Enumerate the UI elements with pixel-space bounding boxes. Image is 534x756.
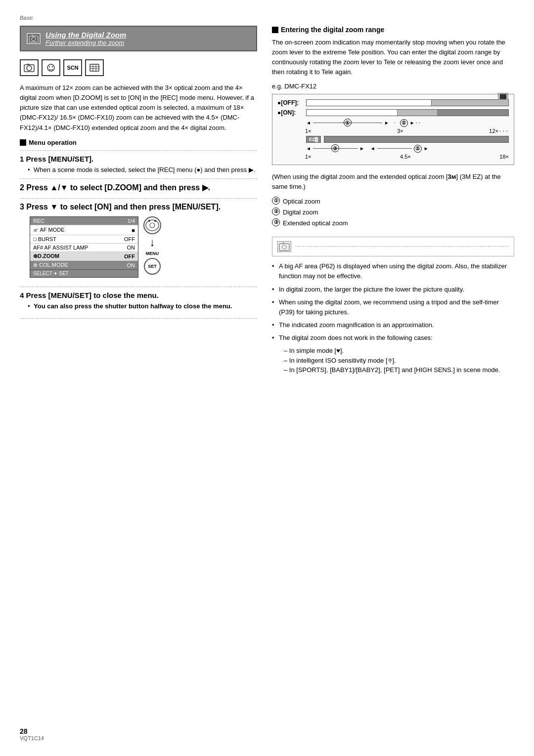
arrow-row-1: ◄ ① ► ⬝ ② ►⬝⬝ (277, 119, 509, 127)
step-2: 2 Press ▲/▼ to select [D.ZOOM] and then … (20, 178, 257, 198)
svg-rect-20 (282, 243, 284, 244)
svg-rect-9 (90, 64, 99, 71)
menu-row-dzoom: ⊕D.ZOOMOFF (30, 252, 138, 260)
entering-text: The on-screen zoom indication may moment… (272, 38, 514, 78)
menu-row-afmode: ㎡ AF MODE■ (30, 225, 138, 235)
mode-icons-row: SCN (20, 59, 257, 76)
bullet-1: A big AF area (P62) is displayed when us… (272, 261, 514, 281)
step-3-heading: 3 Press ▼ to select [ON] and then press … (20, 203, 257, 211)
svg-point-4 (27, 66, 32, 71)
bottom-divider (20, 318, 257, 319)
bullet-4: The indicated zoom magnification is an a… (272, 320, 514, 330)
zoom-off-row: ●[OFF]: ▓▓ (277, 99, 509, 106)
zoom-on-bar (306, 109, 509, 116)
zoom-on-label: ●[ON]: (277, 109, 303, 116)
right-column: Entering the digital zoom range The on-s… (272, 26, 514, 375)
eg-label: e.g. DMC-FX12 (272, 83, 514, 90)
zoom-diagram: ●[OFF]: ▓▓ ●[ON]: (272, 94, 514, 165)
page-footer: 28 VQT1C14 (20, 727, 44, 741)
note-icon (277, 241, 291, 252)
arrow-row-2: ◄ ③ ► ◄ ② ► (277, 145, 509, 153)
legend-item-1: ① Optical zoom (272, 197, 514, 207)
menu-row-colmode: ⊕ COL.MODEON (30, 260, 138, 269)
svg-point-15 (150, 223, 155, 228)
bullet-5: The digital zoom does not work in the fo… (272, 333, 514, 343)
entering-bullet-square (272, 27, 278, 33)
legend-item-2: ② Digital zoom (272, 208, 514, 217)
menu-row-afassist: AF# AF ASSIST LAMPON (30, 243, 138, 252)
body-text: A maximum of 12× zoom can be achieved wi… (20, 83, 257, 133)
tick-labels-bottom: 1× 4.5× 18× (277, 154, 509, 160)
note-box (272, 237, 514, 256)
ctrl-down-arrow: ↓ (150, 236, 155, 249)
step-4-heading: 4 Press [MENU/SET] to close the menu. (20, 291, 257, 299)
mode-icon-camera (20, 59, 39, 76)
circle-2-top: ② (400, 119, 408, 127)
svg-rect-5 (27, 64, 29, 65)
menu-controls: ↓ MENU SET (143, 216, 161, 275)
zoom-off-bar: ▓▓ (306, 99, 509, 106)
bullet-2: In digital zoom, the larger the picture … (272, 285, 514, 294)
menu-footer: SELECT ✦ SET (30, 269, 138, 277)
step-1-bullets: When a scene mode is selected, select th… (28, 165, 257, 175)
bullet-3: When using the digital zoom, we recommen… (272, 297, 514, 317)
when-text: (When using the digital zoom and the ext… (272, 172, 514, 192)
page-label: Basic (20, 15, 514, 21)
mode-icon-grid (85, 59, 104, 76)
ctrl-circle-icon (143, 216, 161, 234)
ez-label: EZ▓ (306, 136, 321, 143)
step-4-bullets: You can also press the shutter button ha… (28, 301, 257, 311)
zoom-off-label: ●[OFF]: (277, 99, 303, 106)
svg-point-17 (154, 220, 156, 222)
svg-point-16 (148, 220, 150, 222)
svg-rect-2 (32, 35, 34, 36)
indent-sub-list: – In simple mode [♥]. – In intelligent I… (284, 346, 514, 375)
svg-rect-18 (279, 244, 289, 251)
step-4: 4 Press [MENU/SET] to close the menu. Yo… (20, 287, 257, 315)
tick-labels-top: 1× 3× 12×⬝⬝⬝ (277, 128, 509, 134)
title-text: Using the Digital Zoom Further extending… (45, 31, 126, 46)
step-3: 3 Press ▼ to select [ON] and then press … (20, 198, 257, 287)
step-1: 1 Press [MENU/SET]. When a scene mode is… (20, 150, 257, 179)
page-number: 28 (20, 727, 44, 735)
step-2-heading: 2 Press ▲/▼ to select [D.ZOOM] and then … (20, 183, 257, 192)
menu-table-header: REC1/4 (30, 217, 138, 225)
menu-table: REC1/4 ㎡ AF MODE■ □ BURSTOFF AF# AF ASSI… (30, 216, 138, 278)
menu-screenshot: REC1/4 ㎡ AF MODE■ □ BURSTOFF AF# AF ASSI… (30, 216, 257, 278)
ctrl-set-button: SET (144, 258, 161, 275)
legend-item-3: ③ Extended optical zoom (272, 218, 514, 228)
menu-operation-heading: Menu operation (20, 139, 257, 146)
step-1-heading: 1 Press [MENU/SET]. (20, 155, 257, 163)
page-code: VQT1C14 (20, 735, 44, 741)
svg-point-1 (32, 37, 36, 41)
entering-heading: Entering the digital zoom range (272, 26, 514, 34)
menu-row-burst: □ BURSTOFF (30, 235, 138, 243)
title-box: Using the Digital Zoom Further extending… (20, 26, 257, 51)
title-camera-icon (27, 33, 41, 44)
left-column: Using the Digital Zoom Further extending… (20, 26, 257, 375)
page: Basic Using the Digital Zoom Further ext… (0, 0, 534, 756)
circle-3: ③ (331, 144, 339, 152)
svg-point-19 (282, 245, 286, 249)
circle-1: ① (344, 119, 352, 126)
bullet-list: A big AF area (P62) is displayed when us… (272, 261, 514, 343)
note-dashes (295, 246, 509, 247)
mode-icon-scn: SCN (63, 59, 82, 76)
svg-point-14 (146, 220, 159, 231)
menu-label: MENU (146, 251, 159, 256)
ez-bar (324, 136, 509, 143)
mode-icon-face (42, 59, 60, 76)
legend-list: ① Optical zoom ② Digital zoom ③ Extended… (272, 197, 514, 228)
ez-row: EZ▓ (277, 136, 509, 143)
zoom-on-row: ●[ON]: (277, 109, 509, 116)
circle-2-bottom: ② (414, 145, 422, 153)
bullet-square (20, 139, 26, 146)
svg-point-8 (52, 66, 53, 67)
svg-point-7 (49, 66, 50, 67)
